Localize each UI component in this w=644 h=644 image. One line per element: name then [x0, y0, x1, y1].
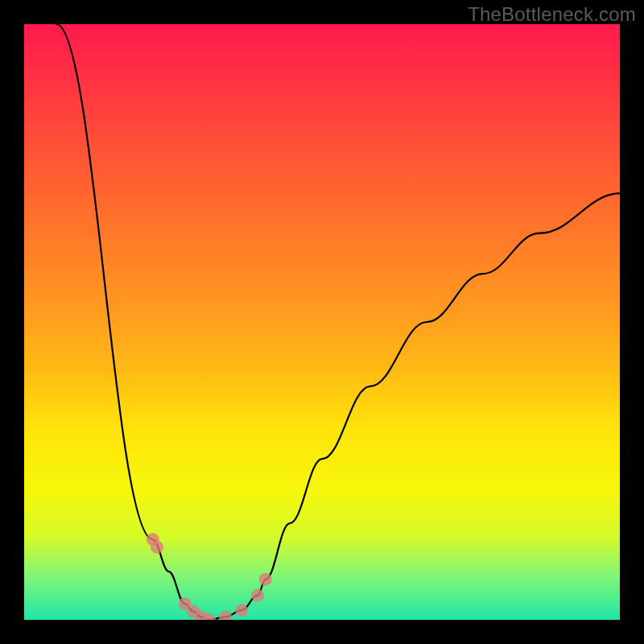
marker-dot — [259, 573, 272, 586]
marker-dot — [235, 604, 248, 617]
watermark-text: TheBottleneck.com — [468, 3, 636, 26]
chart-frame: TheBottleneck.com — [0, 0, 644, 644]
marker-group — [147, 533, 272, 620]
marker-dot — [151, 541, 163, 554]
curve-right-branch — [209, 193, 620, 620]
curve-left-branch — [56, 24, 209, 620]
marker-dot — [219, 610, 232, 620]
plot-area — [24, 24, 620, 620]
bottleneck-curve — [24, 24, 620, 620]
marker-dot — [251, 589, 264, 602]
